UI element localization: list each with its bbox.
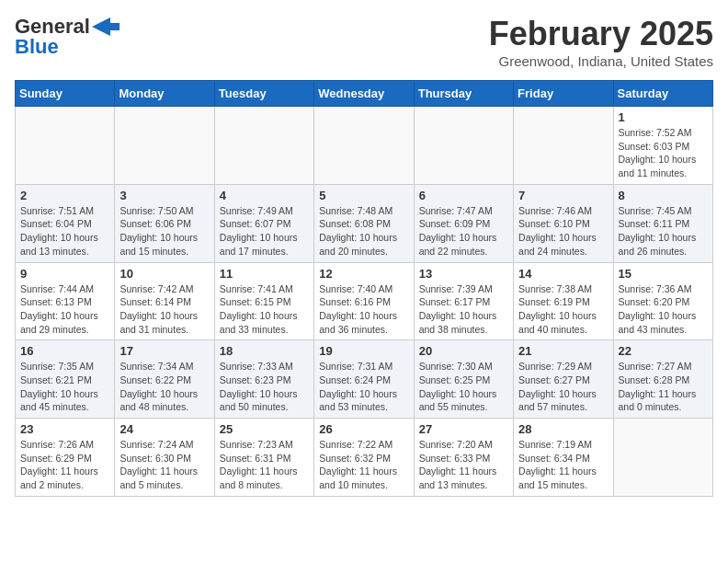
calendar-day-19: 19Sunrise: 7:31 AMSunset: 6:24 PMDayligh…: [314, 340, 414, 419]
day-info: Sunrise: 7:38 AMSunset: 6:19 PMDaylight:…: [518, 282, 608, 337]
day-info: Sunrise: 7:29 AMSunset: 6:27 PMDaylight:…: [518, 360, 608, 414]
day-number: 24: [119, 422, 209, 436]
calendar-day-26: 26Sunrise: 7:22 AMSunset: 6:32 PMDayligh…: [314, 419, 414, 497]
day-number: 14: [518, 267, 608, 281]
day-info: Sunrise: 7:41 AMSunset: 6:15 PMDaylight:…: [220, 282, 309, 337]
day-number: 17: [119, 344, 209, 358]
day-info: Sunrise: 7:36 AMSunset: 6:20 PMDaylight:…: [619, 282, 708, 337]
weekday-header-friday: Friday: [514, 81, 613, 107]
calendar-day-empty: [414, 107, 513, 185]
page-header: General Blue February 2025 Greenwood, In…: [15, 15, 713, 69]
day-info: Sunrise: 7:22 AMSunset: 6:32 PMDaylight:…: [319, 438, 408, 492]
day-number: 2: [20, 189, 109, 202]
calendar-day-10: 10Sunrise: 7:42 AMSunset: 6:14 PMDayligh…: [115, 262, 214, 340]
day-number: 27: [419, 422, 508, 436]
calendar-day-4: 4Sunrise: 7:49 AMSunset: 6:07 PMDaylight…: [214, 184, 313, 262]
calendar-day-18: 18Sunrise: 7:33 AMSunset: 6:23 PMDayligh…: [214, 340, 313, 419]
logo-blue-text: Blue: [15, 35, 59, 59]
day-info: Sunrise: 7:45 AMSunset: 6:11 PMDaylight:…: [619, 204, 708, 259]
calendar-day-5: 5Sunrise: 7:48 AMSunset: 6:08 PMDaylight…: [314, 184, 414, 262]
day-number: 26: [319, 422, 408, 436]
calendar-day-22: 22Sunrise: 7:27 AMSunset: 6:28 PMDayligh…: [613, 340, 712, 419]
day-info: Sunrise: 7:39 AMSunset: 6:17 PMDaylight:…: [419, 282, 508, 337]
day-number: 3: [119, 189, 209, 202]
calendar-day-14: 14Sunrise: 7:38 AMSunset: 6:19 PMDayligh…: [514, 262, 613, 340]
calendar-week-row: 23Sunrise: 7:26 AMSunset: 6:29 PMDayligh…: [16, 419, 713, 497]
weekday-header-wednesday: Wednesday: [314, 81, 414, 107]
calendar-week-row: 1Sunrise: 7:52 AMSunset: 6:03 PMDaylight…: [16, 107, 713, 185]
day-info: Sunrise: 7:51 AMSunset: 6:04 PMDaylight:…: [20, 204, 109, 259]
day-number: 22: [619, 344, 708, 358]
calendar-day-16: 16Sunrise: 7:35 AMSunset: 6:21 PMDayligh…: [16, 340, 115, 419]
calendar-day-12: 12Sunrise: 7:40 AMSunset: 6:16 PMDayligh…: [314, 262, 414, 340]
day-number: 15: [619, 267, 708, 281]
day-info: Sunrise: 7:48 AMSunset: 6:08 PMDaylight:…: [319, 204, 408, 259]
calendar-week-row: 9Sunrise: 7:44 AMSunset: 6:13 PMDaylight…: [16, 262, 713, 340]
day-info: Sunrise: 7:35 AMSunset: 6:21 PMDaylight:…: [20, 360, 109, 414]
day-number: 20: [419, 344, 508, 358]
day-info: Sunrise: 7:46 AMSunset: 6:10 PMDaylight:…: [518, 204, 608, 259]
weekday-header-saturday: Saturday: [613, 81, 712, 107]
day-number: 12: [319, 267, 408, 281]
calendar-day-empty: [514, 107, 613, 185]
calendar-day-2: 2Sunrise: 7:51 AMSunset: 6:04 PMDaylight…: [16, 184, 115, 262]
day-number: 13: [419, 267, 508, 281]
day-info: Sunrise: 7:34 AMSunset: 6:22 PMDaylight:…: [119, 360, 209, 414]
day-info: Sunrise: 7:20 AMSunset: 6:33 PMDaylight:…: [419, 438, 508, 492]
calendar-day-17: 17Sunrise: 7:34 AMSunset: 6:22 PMDayligh…: [115, 340, 214, 419]
day-info: Sunrise: 7:42 AMSunset: 6:14 PMDaylight:…: [119, 282, 209, 337]
calendar-week-row: 16Sunrise: 7:35 AMSunset: 6:21 PMDayligh…: [16, 340, 713, 419]
calendar-day-8: 8Sunrise: 7:45 AMSunset: 6:11 PMDaylight…: [613, 184, 712, 262]
logo: General Blue: [15, 15, 119, 59]
calendar-day-empty: [214, 107, 313, 185]
calendar-day-empty: [613, 419, 712, 497]
logo-arrow-icon: [92, 17, 119, 36]
day-number: 28: [518, 422, 608, 436]
day-info: Sunrise: 7:30 AMSunset: 6:25 PMDaylight:…: [419, 360, 508, 414]
location: Greenwood, Indiana, United States: [489, 53, 713, 69]
calendar-day-empty: [16, 107, 115, 185]
day-number: 18: [220, 344, 309, 358]
calendar-day-21: 21Sunrise: 7:29 AMSunset: 6:27 PMDayligh…: [514, 340, 613, 419]
day-number: 6: [419, 189, 508, 202]
day-number: 5: [319, 189, 408, 202]
day-info: Sunrise: 7:33 AMSunset: 6:23 PMDaylight:…: [220, 360, 309, 414]
day-info: Sunrise: 7:40 AMSunset: 6:16 PMDaylight:…: [319, 282, 408, 337]
day-number: 1: [619, 110, 708, 124]
day-info: Sunrise: 7:23 AMSunset: 6:31 PMDaylight:…: [220, 438, 309, 492]
day-number: 10: [119, 267, 209, 281]
calendar-day-27: 27Sunrise: 7:20 AMSunset: 6:33 PMDayligh…: [414, 419, 513, 497]
calendar-day-empty: [314, 107, 414, 185]
calendar-day-13: 13Sunrise: 7:39 AMSunset: 6:17 PMDayligh…: [414, 262, 513, 340]
calendar-day-15: 15Sunrise: 7:36 AMSunset: 6:20 PMDayligh…: [613, 262, 712, 340]
calendar-table: SundayMondayTuesdayWednesdayThursdayFrid…: [15, 80, 713, 497]
calendar-day-11: 11Sunrise: 7:41 AMSunset: 6:15 PMDayligh…: [214, 262, 313, 340]
day-number: 23: [20, 422, 109, 436]
calendar-day-24: 24Sunrise: 7:24 AMSunset: 6:30 PMDayligh…: [115, 419, 214, 497]
calendar-day-20: 20Sunrise: 7:30 AMSunset: 6:25 PMDayligh…: [414, 340, 513, 419]
calendar-day-3: 3Sunrise: 7:50 AMSunset: 6:06 PMDaylight…: [115, 184, 214, 262]
day-number: 7: [518, 189, 608, 202]
calendar-day-23: 23Sunrise: 7:26 AMSunset: 6:29 PMDayligh…: [16, 419, 115, 497]
calendar-week-row: 2Sunrise: 7:51 AMSunset: 6:04 PMDaylight…: [16, 184, 713, 262]
day-info: Sunrise: 7:26 AMSunset: 6:29 PMDaylight:…: [20, 438, 109, 492]
day-number: 16: [20, 344, 109, 358]
calendar-day-1: 1Sunrise: 7:52 AMSunset: 6:03 PMDaylight…: [613, 107, 712, 185]
weekday-header-tuesday: Tuesday: [214, 81, 313, 107]
calendar-day-28: 28Sunrise: 7:19 AMSunset: 6:34 PMDayligh…: [514, 419, 613, 497]
calendar-day-9: 9Sunrise: 7:44 AMSunset: 6:13 PMDaylight…: [16, 262, 115, 340]
day-info: Sunrise: 7:27 AMSunset: 6:28 PMDaylight:…: [619, 360, 708, 414]
day-info: Sunrise: 7:52 AMSunset: 6:03 PMDaylight:…: [619, 126, 708, 180]
day-info: Sunrise: 7:31 AMSunset: 6:24 PMDaylight:…: [319, 360, 408, 414]
svg-marker-0: [92, 17, 119, 36]
weekday-header-sunday: Sunday: [16, 81, 115, 107]
day-info: Sunrise: 7:44 AMSunset: 6:13 PMDaylight:…: [20, 282, 109, 337]
calendar-day-25: 25Sunrise: 7:23 AMSunset: 6:31 PMDayligh…: [214, 419, 313, 497]
day-info: Sunrise: 7:19 AMSunset: 6:34 PMDaylight:…: [518, 438, 608, 492]
day-number: 21: [518, 344, 608, 358]
day-number: 4: [220, 189, 309, 202]
day-number: 11: [220, 267, 309, 281]
month-title: February 2025: [489, 15, 713, 53]
weekday-header-thursday: Thursday: [414, 81, 513, 107]
day-number: 19: [319, 344, 408, 358]
